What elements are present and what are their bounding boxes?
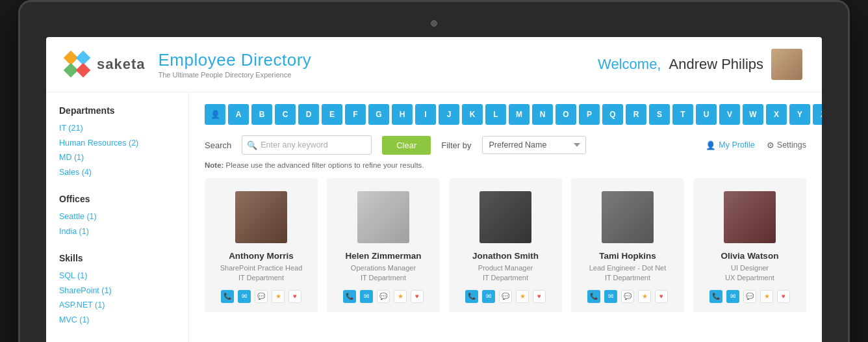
alpha-btn-t[interactable]: T (672, 104, 693, 125)
alpha-btn-m[interactable]: M (509, 104, 530, 125)
laptop-frame: saketa Employee Directory The Ultimate P… (18, 0, 850, 342)
sidebar-item-seattle[interactable]: Seattle (1) (59, 209, 175, 224)
welcome-name: Andrew Philips (669, 56, 763, 73)
sidebar: Departments IT (21) Human Resources (2) … (46, 92, 189, 342)
alpha-btn-e[interactable]: E (322, 104, 342, 125)
alpha-btn-d[interactable]: D (298, 104, 319, 125)
alphabet-bar: 👤 A B C D E F G H I J K L M N O P (205, 104, 806, 125)
search-input-wrap: 🔍 (242, 135, 372, 155)
heart-icon[interactable]: ♥ (777, 290, 790, 303)
alpha-btn-g[interactable]: G (368, 104, 389, 125)
sidebar-item-it[interactable]: IT (21) (59, 121, 175, 136)
employee-title-tami: Lead Engineer - Dot NetIT Department (589, 263, 667, 283)
sidebar-item-india[interactable]: India (1) (59, 224, 175, 239)
sidebar-item-sales[interactable]: Sales (4) (59, 165, 175, 180)
all-people-button[interactable]: 👤 (205, 104, 225, 125)
chat-icon[interactable]: 💬 (743, 290, 756, 303)
star-icon[interactable]: ★ (394, 290, 407, 303)
search-icon: 🔍 (247, 140, 257, 150)
sidebar-item-aspnet[interactable]: ASP.NET (1) (59, 298, 175, 313)
alpha-btn-l[interactable]: L (485, 104, 506, 125)
heart-icon[interactable]: ♥ (655, 290, 668, 303)
filter-label: Filter by (441, 140, 471, 150)
settings-link[interactable]: ⚙ Settings (767, 140, 806, 150)
sidebar-item-md[interactable]: MD (1) (59, 150, 175, 165)
sidebar-item-hr[interactable]: Human Resources (2) (59, 136, 175, 151)
screen: saketa Employee Directory The Ultimate P… (46, 37, 822, 342)
alpha-btn-s[interactable]: S (649, 104, 670, 125)
settings-label: Settings (777, 140, 806, 150)
employee-photo-anthony (235, 191, 287, 243)
profile-settings: 👤 My Profile ⚙ Settings (706, 140, 806, 150)
employee-card-anthony: Anthony Morris SharePoint Practice HeadI… (205, 178, 318, 312)
alpha-btn-x[interactable]: X (766, 104, 787, 125)
alpha-btn-b[interactable]: B (251, 104, 272, 125)
alpha-btn-z[interactable]: Z (813, 104, 822, 125)
note-body: Please use the advanced filter options t… (226, 161, 424, 169)
email-icon[interactable]: ✉ (482, 290, 495, 303)
header-title-area: Employee Directory The Ultimate People D… (159, 50, 312, 79)
alpha-btn-y[interactable]: Y (789, 104, 810, 125)
email-icon[interactable]: ✉ (726, 290, 739, 303)
gear-icon: ⚙ (767, 140, 774, 150)
employee-name-olivia: Olivia Watson (721, 251, 779, 261)
alpha-btn-n[interactable]: N (532, 104, 553, 125)
chat-icon[interactable]: 💬 (255, 290, 268, 303)
skills-section: Skills SQL (1) SharePoint (1) ASP.NET (1… (59, 253, 175, 327)
star-icon[interactable]: ★ (516, 290, 529, 303)
employee-actions-olivia: 📞 ✉ 💬 ★ ♥ (709, 290, 790, 303)
star-icon[interactable]: ★ (760, 290, 773, 303)
search-input[interactable] (242, 135, 372, 155)
chat-icon[interactable]: 💬 (499, 290, 512, 303)
sidebar-item-mvc[interactable]: MVC (1) (59, 313, 175, 328)
offices-section: Offices Seattle (1) India (1) (59, 194, 175, 239)
avatar[interactable] (771, 49, 802, 80)
alpha-btn-u[interactable]: U (696, 104, 717, 125)
heart-icon[interactable]: ♥ (411, 290, 424, 303)
alpha-btn-p[interactable]: P (579, 104, 600, 125)
filter-select[interactable]: Preferred Name First Name Last Name Depa… (482, 136, 586, 154)
alpha-btn-j[interactable]: J (439, 104, 459, 125)
employee-name-jonathon: Jonathon Smith (472, 251, 539, 261)
alpha-btn-a[interactable]: A (228, 104, 249, 125)
search-row: Search 🔍 Clear Filter by Preferred Name … (205, 135, 806, 155)
employee-photo-jonathon (479, 191, 531, 243)
alpha-btn-i[interactable]: I (415, 104, 436, 125)
phone-icon[interactable]: 📞 (587, 290, 600, 303)
main-layout: Departments IT (21) Human Resources (2) … (46, 92, 822, 342)
email-icon[interactable]: ✉ (604, 290, 617, 303)
phone-icon[interactable]: 📞 (709, 290, 722, 303)
alpha-btn-o[interactable]: O (555, 104, 576, 125)
clear-button[interactable]: Clear (382, 136, 431, 155)
phone-icon[interactable]: 📞 (343, 290, 356, 303)
alpha-btn-k[interactable]: K (462, 104, 483, 125)
content: 👤 A B C D E F G H I J K L M N O P (189, 92, 822, 342)
heart-icon[interactable]: ♥ (533, 290, 546, 303)
header: saketa Employee Directory The Ultimate P… (46, 37, 822, 92)
alpha-btn-h[interactable]: H (392, 104, 413, 125)
alpha-btn-v[interactable]: V (719, 104, 740, 125)
note-text: Note: Please use the advanced filter opt… (205, 161, 806, 169)
employee-name-helen: Helen Zimmerman (345, 251, 421, 261)
alpha-btn-c[interactable]: C (275, 104, 296, 125)
star-icon[interactable]: ★ (272, 290, 285, 303)
chat-icon[interactable]: 💬 (377, 290, 390, 303)
logo-text: saketa (97, 56, 146, 73)
alpha-btn-r[interactable]: R (626, 104, 646, 125)
alpha-btn-f[interactable]: F (345, 104, 366, 125)
sidebar-item-sharepoint[interactable]: SharePoint (1) (59, 283, 175, 298)
phone-icon[interactable]: 📞 (465, 290, 478, 303)
skills-title: Skills (59, 253, 175, 263)
alpha-btn-w[interactable]: W (743, 104, 763, 125)
sidebar-item-sql[interactable]: SQL (1) (59, 269, 175, 283)
alpha-btn-q[interactable]: Q (602, 104, 623, 125)
email-icon[interactable]: ✉ (238, 290, 251, 303)
phone-icon[interactable]: 📞 (221, 290, 234, 303)
email-icon[interactable]: ✉ (360, 290, 373, 303)
my-profile-link[interactable]: 👤 My Profile (706, 140, 755, 150)
heart-icon[interactable]: ♥ (288, 290, 301, 303)
employee-cards: Anthony Morris SharePoint Practice HeadI… (205, 178, 806, 312)
star-icon[interactable]: ★ (638, 290, 651, 303)
employee-avatar-anthony (235, 191, 287, 243)
chat-icon[interactable]: 💬 (621, 290, 634, 303)
